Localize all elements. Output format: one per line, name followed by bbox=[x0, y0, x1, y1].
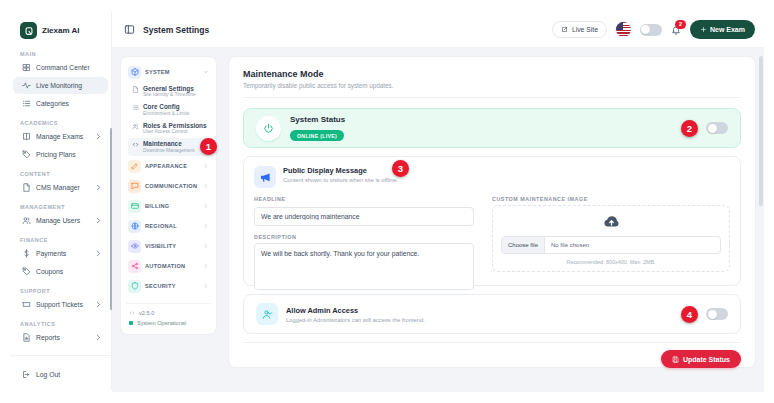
public-display-card: 3 Public Display Message Content shown t… bbox=[243, 156, 741, 286]
choose-file-button[interactable]: Choose file bbox=[502, 237, 545, 253]
brand: Ziexam AI bbox=[20, 22, 111, 39]
chevron-down-icon bbox=[203, 69, 209, 75]
admin-access-subtitle: Logged-in Administrators can still acces… bbox=[286, 317, 425, 323]
logout-button[interactable]: Log Out bbox=[13, 366, 108, 383]
sidebar-item-command-center[interactable]: Command Center bbox=[13, 59, 108, 76]
chevron-right-icon bbox=[94, 249, 103, 258]
sidebar-item-support-tickets[interactable]: Support Tickets bbox=[13, 296, 108, 313]
cube-icon bbox=[128, 66, 141, 79]
settings-group-billing[interactable]: BILLING bbox=[126, 196, 211, 216]
annotation-4: 4 bbox=[681, 306, 698, 323]
file-input: Choose file No file chosen bbox=[501, 236, 721, 254]
settings-group-appearance[interactable]: APPEARANCE bbox=[126, 156, 211, 176]
settings-item-general-settings[interactable]: General SettingsSite Identity & Timezone bbox=[128, 82, 211, 101]
sidebar-item-manage-exams[interactable]: Manage Exams bbox=[13, 128, 108, 145]
roles-icon bbox=[132, 123, 139, 130]
users-icon bbox=[22, 216, 31, 225]
notification-badge: 2 bbox=[675, 20, 686, 29]
description-textarea[interactable]: We will be back shortly. Thank you for y… bbox=[254, 243, 474, 290]
sliders-icon bbox=[132, 104, 139, 111]
annotation-1: 1 bbox=[200, 138, 217, 155]
settings-group-communication[interactable]: COMMUNICATION bbox=[126, 176, 211, 196]
sidebar-section-management: MANAGEMENT bbox=[20, 204, 111, 210]
headline-input[interactable] bbox=[254, 207, 474, 226]
toggle-knob bbox=[708, 310, 717, 319]
chevron-right-icon bbox=[203, 223, 209, 229]
update-status-button[interactable]: Update Status bbox=[661, 350, 741, 368]
chevron-right-icon bbox=[203, 263, 209, 269]
page-title: System Settings bbox=[143, 25, 209, 35]
report-icon bbox=[22, 333, 31, 342]
settings-item-roles-permissions[interactable]: Roles & PermissionsUser Access Control bbox=[128, 119, 211, 138]
shield-icon bbox=[128, 280, 141, 293]
header-actions: Live Site 2 New Exam bbox=[552, 20, 755, 39]
sidebar-item-payments[interactable]: Payments bbox=[13, 245, 108, 262]
sidebar-toggle-icon[interactable] bbox=[124, 24, 135, 35]
public-display-subtitle: Content shown to visitors when site is o… bbox=[283, 177, 398, 183]
chevron-right-icon bbox=[94, 333, 103, 342]
save-icon bbox=[672, 356, 679, 363]
chat-icon bbox=[128, 180, 141, 193]
share-icon bbox=[128, 260, 141, 273]
notifications-button[interactable]: 2 bbox=[671, 25, 681, 35]
tag-icon bbox=[22, 150, 31, 159]
cloud-upload-icon bbox=[603, 213, 620, 230]
annotation-2: 2 bbox=[681, 120, 698, 137]
chevron-right-icon bbox=[203, 183, 209, 189]
new-exam-button[interactable]: New Exam bbox=[690, 20, 755, 39]
chevron-right-icon bbox=[94, 132, 103, 141]
settings-item-maintenance[interactable]: MaintenanceDowntime Management 1 bbox=[128, 138, 211, 157]
settings-item-core-config[interactable]: Core ConfigEnvironment & Limits bbox=[128, 101, 211, 120]
sidebar-item-live-monitoring[interactable]: Live Monitoring bbox=[13, 77, 108, 94]
sidebar-item-coupons[interactable]: Coupons bbox=[13, 263, 108, 280]
sidebar-item-categories[interactable]: Categories bbox=[13, 95, 108, 112]
book-icon bbox=[22, 132, 31, 141]
public-display-title: Public Display Message bbox=[283, 166, 398, 175]
sidebar-item-manage-users[interactable]: Manage Users bbox=[13, 212, 108, 229]
annotation-3: 3 bbox=[392, 160, 409, 177]
pulse-icon bbox=[22, 81, 31, 90]
sidebar-section-academics: ACADEMICS bbox=[20, 120, 111, 126]
description-label: DESCRIPTION bbox=[254, 234, 474, 240]
live-site-button[interactable]: Live Site bbox=[552, 21, 607, 38]
settings-group-system[interactable]: SYSTEM bbox=[126, 62, 211, 82]
settings-group-regional[interactable]: REGIONAL bbox=[126, 216, 211, 236]
pencil-icon bbox=[128, 160, 141, 173]
panel-subtitle: Temporarily disable public access for sy… bbox=[243, 82, 741, 89]
upload-dropzone[interactable]: Choose file No file chosen Recommended: … bbox=[492, 205, 730, 272]
online-badge: ONLINE (LIVE) bbox=[290, 130, 344, 141]
settings-group-visibility[interactable]: VISIBILITY bbox=[126, 236, 211, 256]
chevron-right-icon bbox=[203, 243, 209, 249]
settings-group-security[interactable]: SECURITY bbox=[126, 276, 211, 296]
list-icon bbox=[22, 99, 31, 108]
settings-general-icon bbox=[132, 86, 139, 93]
status-dot bbox=[129, 321, 133, 325]
brand-name: Ziexam AI bbox=[42, 26, 80, 35]
chevron-right-icon bbox=[94, 216, 103, 225]
tag-icon bbox=[22, 267, 31, 276]
sidebar-section-finance: FINANCE bbox=[20, 237, 111, 243]
public-display-right: CUSTOM MAINTENANCE IMAGE Choose file No … bbox=[492, 196, 730, 294]
settings-group-automation[interactable]: AUTOMATION bbox=[126, 256, 211, 276]
sidebar-item-pricing-plans[interactable]: Pricing Plans bbox=[13, 146, 108, 163]
wrench-icon bbox=[132, 141, 139, 148]
us-flag-icon[interactable] bbox=[616, 22, 631, 37]
sidebar-footer: Log Out bbox=[10, 355, 111, 390]
sidebar-item-reports[interactable]: Reports bbox=[13, 329, 108, 346]
admin-access-toggle[interactable] bbox=[706, 308, 728, 320]
chevron-right-icon bbox=[203, 203, 209, 209]
top-header: System Settings Live Site 2 New Exam bbox=[112, 12, 764, 48]
theme-toggle[interactable] bbox=[640, 24, 662, 36]
no-file-text: No file chosen bbox=[545, 237, 595, 253]
content-scrollbar[interactable] bbox=[759, 56, 763, 206]
system-status-toggle[interactable] bbox=[706, 122, 728, 134]
power-icon bbox=[256, 116, 281, 141]
external-link-icon bbox=[561, 26, 568, 33]
system-status-card: System Status ONLINE (LIVE) 2 bbox=[243, 108, 741, 148]
ticket-icon bbox=[22, 300, 31, 309]
chevron-right-icon bbox=[94, 300, 103, 309]
flag-canton bbox=[616, 22, 624, 30]
sidebar-item-cms-manager[interactable]: CMS Manager bbox=[13, 179, 108, 196]
dollar-icon bbox=[22, 249, 31, 258]
panel-title: Maintenance Mode bbox=[243, 69, 741, 79]
